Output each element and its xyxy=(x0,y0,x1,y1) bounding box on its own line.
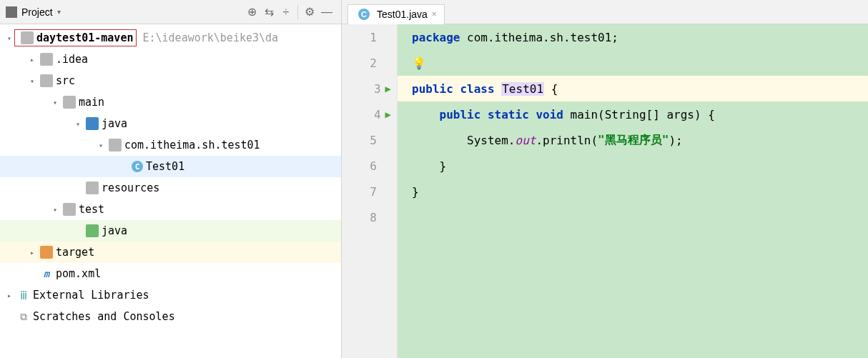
tree-item-class[interactable]: C Test01 xyxy=(0,156,341,177)
root-path: E:\ideawork\beike3\da xyxy=(142,31,278,44)
line-number: 6 xyxy=(360,159,377,173)
tab-label: Test01.java xyxy=(377,9,428,20)
excluded-folder-icon xyxy=(40,246,53,259)
tree-item-pom[interactable]: m pom.xml xyxy=(0,263,341,284)
chevron-right-icon[interactable]: ▸ xyxy=(27,249,37,257)
line-number: 4 xyxy=(364,108,381,121)
panel-title[interactable]: Project xyxy=(21,6,53,18)
tab-bar: C Test01.java × xyxy=(342,0,868,24)
code-line: public static void main(String[] args) { xyxy=(398,101,868,127)
chevron-down-icon[interactable]: ▾ xyxy=(4,34,14,42)
panel-header: Project ▾ ⊕ ⇆ ÷ ⚙ — xyxy=(0,0,341,24)
project-tree: ▾ daytest01-maven E:\ideawork\beike3\da … xyxy=(0,24,341,358)
close-icon[interactable]: × xyxy=(432,9,437,19)
collapse-icon[interactable]: ÷ xyxy=(277,4,295,21)
chevron-right-icon[interactable]: ▸ xyxy=(27,56,37,64)
gutter: 1 2 3▶ 4▶ 5 6 7 8 xyxy=(342,24,398,358)
code-line xyxy=(398,204,868,230)
divider xyxy=(297,5,298,19)
folder-icon xyxy=(63,203,76,216)
scratches-icon: ⧉ xyxy=(17,310,30,323)
expand-icon[interactable]: ⇆ xyxy=(260,4,277,21)
java-class-icon: C xyxy=(132,161,143,172)
project-panel: Project ▾ ⊕ ⇆ ÷ ⚙ — ▾ daytest01-maven E:… xyxy=(0,0,342,358)
line-number: 3 xyxy=(364,82,381,96)
root-label: daytest01-maven xyxy=(36,31,133,44)
chevron-right-icon[interactable]: ▸ xyxy=(4,292,14,299)
tree-item-resources[interactable]: resources xyxy=(0,177,341,199)
dropdown-icon[interactable]: ▾ xyxy=(57,8,61,16)
chevron-down-icon[interactable]: ▾ xyxy=(50,206,60,214)
tree-item-scratches[interactable]: ⧉ Scratches and Consoles xyxy=(0,306,341,327)
source-folder-icon xyxy=(86,117,99,130)
code-line: } xyxy=(398,153,868,179)
module-icon xyxy=(21,31,34,44)
tree-item-src[interactable]: ▾ src xyxy=(0,70,341,91)
code-line: package com.itheima.sh.test01; xyxy=(398,24,868,50)
tree-item-java-main[interactable]: ▾ java xyxy=(0,113,341,134)
editor-tab[interactable]: C Test01.java × xyxy=(347,4,445,24)
chevron-down-icon[interactable]: ▾ xyxy=(96,141,106,149)
tree-item-test[interactable]: ▾ test xyxy=(0,199,341,220)
editor-panel: C Test01.java × 1 2 3▶ 4▶ 5 6 7 8 packag… xyxy=(342,0,868,358)
java-class-icon: C xyxy=(358,9,370,20)
line-number: 8 xyxy=(360,211,377,224)
bulb-icon[interactable]: 💡 xyxy=(412,56,426,70)
code-line: public class Test01 { xyxy=(398,76,868,101)
tree-item-java-test[interactable]: java xyxy=(0,220,341,242)
project-icon xyxy=(6,6,17,18)
line-number: 1 xyxy=(360,31,377,44)
test-folder-icon xyxy=(86,224,99,237)
chevron-down-icon[interactable]: ▾ xyxy=(73,120,83,128)
package-icon xyxy=(109,139,122,151)
gear-icon[interactable]: ⚙ xyxy=(301,4,318,21)
run-icon[interactable]: ▶ xyxy=(385,83,391,94)
line-number: 2 xyxy=(360,56,377,70)
code-line: System.out.println("黑马程序员"); xyxy=(398,127,868,153)
line-number: 5 xyxy=(360,134,377,147)
resources-folder-icon xyxy=(86,182,99,194)
tree-item-idea[interactable]: ▸ .idea xyxy=(0,49,341,70)
library-icon: ⅲ xyxy=(17,289,30,302)
folder-icon xyxy=(40,74,53,87)
code-line: } xyxy=(398,179,868,204)
run-icon[interactable]: ▶ xyxy=(385,109,391,120)
code-editor[interactable]: 1 2 3▶ 4▶ 5 6 7 8 package com.itheima.sh… xyxy=(342,24,868,358)
locate-icon[interactable]: ⊕ xyxy=(243,4,260,21)
tree-item-target[interactable]: ▸ target xyxy=(0,242,341,263)
tree-item-extlib[interactable]: ▸ ⅲ External Libraries xyxy=(0,284,341,306)
hide-icon[interactable]: — xyxy=(318,4,335,21)
folder-icon xyxy=(40,53,53,66)
line-number: 7 xyxy=(360,185,377,199)
code-line: 💡 xyxy=(398,50,868,76)
tree-item-package[interactable]: ▾ com.itheima.sh.test01 xyxy=(0,134,341,156)
tree-root[interactable]: ▾ daytest01-maven E:\ideawork\beike3\da xyxy=(0,27,341,49)
tree-item-main[interactable]: ▾ main xyxy=(0,91,341,113)
code-area[interactable]: package com.itheima.sh.test01; 💡 public … xyxy=(398,24,868,358)
chevron-down-icon[interactable]: ▾ xyxy=(50,99,60,106)
maven-icon: m xyxy=(40,267,53,280)
chevron-down-icon[interactable]: ▾ xyxy=(27,77,37,85)
folder-icon xyxy=(63,96,76,109)
